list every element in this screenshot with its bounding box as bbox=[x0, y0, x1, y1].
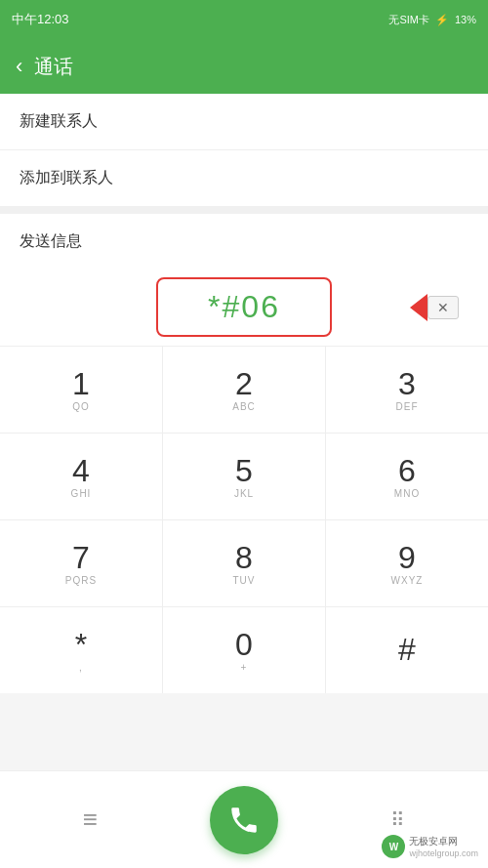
key-star[interactable]: * , bbox=[0, 607, 163, 693]
add-to-contact-item[interactable]: 添加到联系人 bbox=[0, 150, 488, 206]
watermark-site-name: 无极安卓网 bbox=[409, 835, 478, 848]
divider bbox=[0, 206, 488, 214]
keypad-row-4: * , 0 + # bbox=[0, 607, 488, 693]
status-bar: 中午12:03 无SIM卡 ⚡ 13% bbox=[0, 0, 488, 39]
watermark-text: 无极安卓网 wjhotelgroup.com bbox=[409, 835, 478, 858]
send-message-item[interactable]: 发送信息 bbox=[0, 214, 488, 269]
key-4-letters: GHI bbox=[71, 488, 92, 499]
key-5-number: 5 bbox=[235, 455, 253, 486]
backspace-area: ✕ bbox=[410, 294, 459, 321]
status-icons: 无SIM卡 ⚡ 13% bbox=[388, 13, 476, 27]
keypad-row-1: 1 QO 2 ABC 3 DEF bbox=[0, 347, 488, 434]
menu-section: 新建联系人 添加到联系人 bbox=[0, 94, 488, 206]
call-button[interactable] bbox=[210, 786, 278, 854]
key-3-number: 3 bbox=[398, 368, 416, 399]
menu-button[interactable]: ≡ bbox=[68, 799, 111, 842]
new-contact-label: 新建联系人 bbox=[20, 112, 98, 129]
status-time: 中午12:03 bbox=[12, 11, 69, 28]
key-3-letters: DEF bbox=[396, 401, 419, 412]
backspace-icon: ✕ bbox=[437, 300, 449, 315]
key-1-letters: QO bbox=[72, 401, 90, 412]
key-9-number: 9 bbox=[398, 542, 416, 573]
add-to-contact-label: 添加到联系人 bbox=[20, 169, 113, 186]
key-star-letters: , bbox=[79, 662, 83, 673]
watermark: W 无极安卓网 wjhotelgroup.com bbox=[382, 835, 478, 858]
key-1-number: 1 bbox=[72, 368, 90, 399]
key-7-letters: PQRS bbox=[65, 575, 97, 586]
keypad-row-2: 4 GHI 5 JKL 6 MNO bbox=[0, 434, 488, 520]
watermark-logo: W bbox=[382, 835, 405, 858]
key-0-number: 0 bbox=[235, 629, 253, 660]
key-6[interactable]: 6 MNO bbox=[326, 434, 488, 519]
back-button[interactable]: ‹ bbox=[16, 54, 22, 79]
key-2-number: 2 bbox=[235, 368, 253, 399]
battery-icon: ⚡ bbox=[435, 14, 449, 26]
key-7-number: 7 bbox=[72, 542, 90, 573]
page-title: 通话 bbox=[34, 54, 73, 80]
key-2-letters: ABC bbox=[232, 401, 256, 412]
key-6-letters: MNO bbox=[394, 488, 420, 499]
key-9[interactable]: 9 WXYZ bbox=[326, 520, 488, 606]
send-message-label: 发送信息 bbox=[20, 232, 82, 249]
key-2[interactable]: 2 ABC bbox=[163, 347, 326, 433]
new-contact-item[interactable]: 新建联系人 bbox=[0, 94, 488, 150]
key-3[interactable]: 3 DEF bbox=[326, 347, 488, 433]
keypad-row-3: 7 PQRS 8 TUV 9 WXYZ bbox=[0, 520, 488, 607]
key-0[interactable]: 0 + bbox=[163, 607, 326, 693]
key-6-number: 6 bbox=[398, 455, 416, 486]
menu-lines-icon: ≡ bbox=[83, 805, 98, 835]
key-hash-number: # bbox=[398, 634, 416, 665]
phone-icon bbox=[227, 804, 261, 837]
keypad: 1 QO 2 ABC 3 DEF 4 GHI 5 JKL 6 MNO 7 PQR… bbox=[0, 347, 488, 693]
arrow-left-icon bbox=[410, 294, 427, 321]
key-4-number: 4 bbox=[72, 455, 90, 486]
watermark-url: wjhotelgroup.com bbox=[409, 848, 478, 858]
dialer-value: *#06 bbox=[208, 289, 280, 324]
key-4[interactable]: 4 GHI bbox=[0, 434, 163, 519]
key-hash[interactable]: # bbox=[326, 607, 488, 693]
key-7[interactable]: 7 PQRS bbox=[0, 520, 163, 606]
key-9-letters: WXYZ bbox=[391, 575, 424, 586]
key-8-letters: TUV bbox=[233, 575, 256, 586]
key-0-letters: + bbox=[241, 662, 248, 673]
header: ‹ 通话 bbox=[0, 39, 488, 94]
key-star-number: * bbox=[75, 629, 87, 660]
key-8-number: 8 bbox=[235, 542, 253, 573]
key-5[interactable]: 5 JKL bbox=[163, 434, 326, 519]
dialer-input[interactable]: *#06 bbox=[156, 277, 332, 337]
grid-icon: ⠿ bbox=[390, 808, 405, 832]
dialer-display: *#06 ✕ bbox=[0, 269, 488, 347]
key-5-letters: JKL bbox=[234, 488, 254, 499]
key-1[interactable]: 1 QO bbox=[0, 347, 163, 433]
backspace-button[interactable]: ✕ bbox=[427, 296, 459, 319]
key-8[interactable]: 8 TUV bbox=[163, 520, 326, 606]
sim-status: 无SIM卡 bbox=[388, 13, 429, 27]
battery-level: 13% bbox=[455, 14, 476, 25]
